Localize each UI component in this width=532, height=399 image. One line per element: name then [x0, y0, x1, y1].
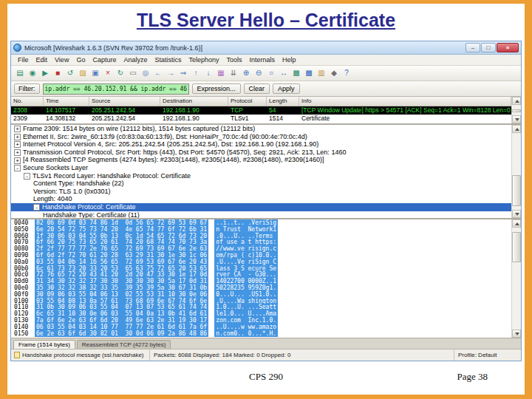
- column-header-no[interactable]: No.: [11, 97, 44, 106]
- scroll-thumb[interactable]: [512, 175, 521, 206]
- menu-go[interactable]: Go: [72, 56, 89, 64]
- expand-icon[interactable]: +: [14, 134, 21, 140]
- menu-analyze[interactable]: Analyze: [120, 56, 151, 64]
- column-header-length[interactable]: Length: [267, 97, 299, 106]
- coloring-rules-icon[interactable]: ▥: [316, 67, 327, 79]
- hex-scrollbar[interactable]: [511, 219, 521, 338]
- open-file-icon[interactable]: ▨: [77, 67, 89, 79]
- collapse-icon[interactable]: -: [24, 173, 30, 180]
- detail-row[interactable]: +Internet Protocol Version 4, Src: 205.2…: [11, 140, 521, 149]
- capture-stop-icon[interactable]: ■: [52, 67, 64, 79]
- byte-tab[interactable]: Frame (1514 bytes): [13, 340, 75, 349]
- filter-button[interactable]: Filter:: [14, 83, 40, 94]
- maximize-button[interactable]: □: [481, 43, 496, 52]
- menu-help[interactable]: Help: [279, 56, 300, 64]
- details-scrollbar[interactable]: [511, 125, 521, 218]
- filter-btn-clear[interactable]: Clear: [244, 83, 270, 94]
- close-file-icon[interactable]: ×: [102, 67, 114, 79]
- scroll-thumb[interactable]: [512, 109, 521, 112]
- packet-row[interactable]: 230814.107517205.251.242.54192.168.1.90T…: [11, 106, 521, 115]
- menu-internals[interactable]: Internals: [246, 56, 279, 64]
- find-packet-icon[interactable]: ◎: [140, 67, 151, 79]
- capture-start-icon[interactable]: ▶: [39, 67, 51, 79]
- detail-row[interactable]: Content Type: Handshake (22): [11, 180, 521, 188]
- column-header-protocol[interactable]: Protocol: [228, 97, 267, 106]
- scroll-up-icon[interactable]: [512, 219, 521, 228]
- reload-icon[interactable]: ↻: [115, 67, 126, 79]
- hex-bytes: 03 55 04 08 13 0a 57 61 73 68 69 6e 67 7…: [35, 298, 208, 304]
- colorize-icon[interactable]: ▦: [215, 67, 227, 79]
- capture-options-icon[interactable]: ◉: [27, 67, 38, 79]
- close-button[interactable]: ×: [497, 43, 519, 52]
- column-header-source[interactable]: Source: [89, 97, 160, 106]
- filter-btn-expression[interactable]: Expression...: [192, 83, 241, 94]
- zoom-out-icon[interactable]: ⊖: [253, 67, 265, 79]
- detail-row[interactable]: -TLSv1 Record Layer: Handshake Protocol:…: [11, 172, 521, 180]
- window-titlebar[interactable]: Microsoft [Wireshark 1.6.3 (SVN Rev 3970…: [11, 41, 521, 55]
- menu-capture[interactable]: Capture: [89, 56, 120, 64]
- byte-tab[interactable]: Reassembled TCP (4272 bytes): [77, 340, 171, 349]
- save-file-icon[interactable]: ▣: [89, 67, 101, 79]
- detail-row[interactable]: -Secure Sockets Layer: [11, 164, 521, 172]
- detail-row[interactable]: +Frame 2309: 1514 bytes on wire (12112 b…: [11, 125, 521, 133]
- autoscroll-icon[interactable]: ⇊: [228, 67, 239, 79]
- status-profile[interactable]: Profile: Default: [454, 349, 521, 361]
- menu-view[interactable]: View: [51, 56, 72, 64]
- detail-row[interactable]: +Ethernet II, Src: 2wire_60:13:f9 (c0:83…: [11, 133, 521, 141]
- collapse-icon[interactable]: -: [33, 204, 40, 211]
- scroll-up-icon[interactable]: [512, 97, 521, 105]
- menu-tools[interactable]: Tools: [223, 56, 246, 64]
- scroll-track[interactable]: [512, 228, 521, 330]
- expand-icon[interactable]: +: [14, 157, 21, 164]
- menu-statistics[interactable]: Statistics: [151, 56, 185, 64]
- capture-restart-icon[interactable]: ↺: [64, 67, 76, 79]
- detail-row[interactable]: +[4 Reassembled TCP Segments (4274 bytes…: [11, 156, 521, 164]
- go-top-icon[interactable]: ↑: [190, 67, 202, 79]
- expand-icon[interactable]: +: [14, 126, 21, 132]
- go-to-packet-icon[interactable]: ⇒: [177, 67, 189, 79]
- packet-list-scrollbar[interactable]: [511, 97, 521, 123]
- packet-cell: 14.107517: [44, 106, 89, 115]
- list-interfaces-icon[interactable]: ▤: [14, 67, 26, 79]
- packet-row[interactable]: 230914.308132205.251.242.54192.168.1.90T…: [11, 115, 521, 123]
- menu-telephony[interactable]: Telephony: [185, 56, 222, 64]
- zoom-normal-icon[interactable]: ○: [265, 67, 277, 79]
- hex-ascii: ..U....w ww.amazo: [214, 324, 278, 330]
- hex-row[interactable]: 01506e 2e 63 6f 6d 30 82 01 30 0d 06 09 …: [11, 331, 521, 338]
- scroll-down-icon[interactable]: [512, 210, 521, 218]
- detail-row[interactable]: +Transmission Control Protocol, Src Port…: [11, 149, 521, 157]
- filter-input[interactable]: [43, 83, 189, 95]
- column-header-destination[interactable]: Destination: [160, 97, 228, 106]
- minimize-button[interactable]: –: [466, 43, 480, 52]
- display-filter-icon[interactable]: ▩: [303, 67, 315, 79]
- expand-icon[interactable]: +: [14, 149, 21, 156]
- scroll-track[interactable]: [512, 105, 521, 115]
- column-header-info[interactable]: Info: [299, 97, 511, 106]
- slide: TLS Server Hello – Certificate Microsoft…: [0, 0, 532, 399]
- detail-row[interactable]: Handshake Type: Certificate (11): [11, 211, 521, 219]
- packet-details: +Frame 2309: 1514 bytes on wire (12112 b…: [11, 125, 521, 219]
- scroll-track[interactable]: [512, 133, 521, 210]
- scroll-down-icon[interactable]: [512, 330, 521, 338]
- scroll-down-icon[interactable]: [512, 115, 521, 123]
- go-bottom-icon[interactable]: ↓: [202, 67, 214, 79]
- expand-icon[interactable]: +: [14, 141, 21, 148]
- detail-row[interactable]: Version: TLS 1.0 (0x0301): [11, 188, 521, 196]
- filter-btn-apply[interactable]: Apply: [273, 83, 300, 94]
- go-forward-icon[interactable]: →: [165, 67, 177, 79]
- detail-row[interactable]: Length: 4040: [11, 195, 521, 203]
- zoom-in-icon[interactable]: ⊕: [240, 67, 252, 79]
- collapse-icon[interactable]: -: [14, 165, 21, 171]
- print-icon[interactable]: ▭: [127, 67, 139, 79]
- preferences-icon[interactable]: ◆: [328, 67, 340, 79]
- help-icon[interactable]: ?: [341, 67, 352, 79]
- go-back-icon[interactable]: ←: [152, 67, 164, 79]
- capture-filter-icon[interactable]: ▩: [290, 67, 302, 79]
- menu-file[interactable]: File: [14, 56, 33, 64]
- column-header-time[interactable]: Time: [44, 97, 89, 106]
- detail-row[interactable]: -Handshake Protocol: Certificate: [11, 203, 521, 211]
- scroll-thumb[interactable]: [512, 232, 521, 262]
- resize-columns-icon[interactable]: ↔: [278, 67, 290, 79]
- menu-edit[interactable]: Edit: [33, 56, 52, 64]
- scroll-up-icon[interactable]: [512, 125, 521, 133]
